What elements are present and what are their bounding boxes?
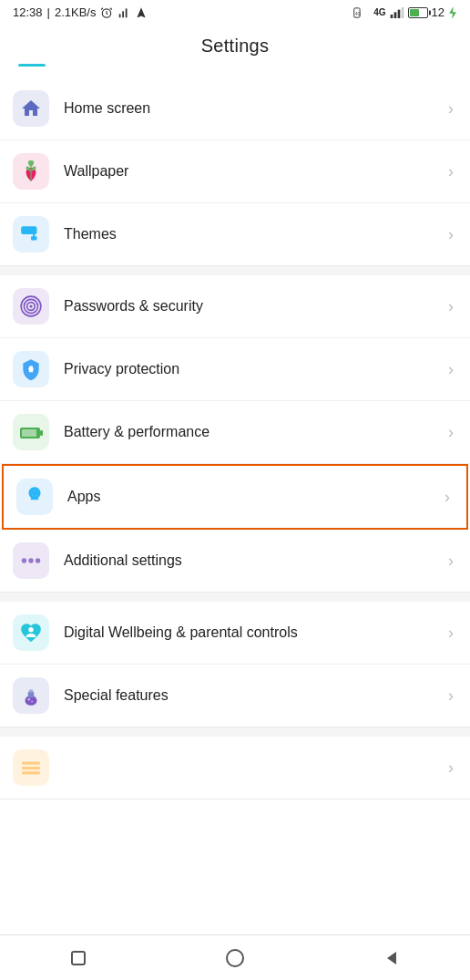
accent-line	[18, 64, 46, 67]
settings-item-privacy-protection[interactable]: Privacy protection ›	[0, 338, 470, 401]
settings-item-battery-performance[interactable]: Battery & performance ›	[0, 401, 470, 464]
privacy-icon-bg	[13, 351, 49, 387]
svg-point-35	[31, 701, 33, 703]
svg-point-26	[33, 491, 36, 495]
themes-chevron: ›	[448, 225, 454, 244]
apps-chevron: ›	[444, 488, 450, 507]
svg-rect-3	[126, 8, 128, 17]
themes-label: Themes	[64, 226, 441, 242]
sim-icon: 4G	[353, 6, 370, 19]
partial-chevron: ›	[448, 758, 454, 778]
group-separator-3	[0, 727, 470, 737]
signal-bars-icon	[390, 6, 404, 19]
additional-icon-bg	[13, 542, 49, 579]
settings-item-special-features[interactable]: Special features ›	[0, 665, 470, 727]
special-features-label: Special features	[64, 687, 441, 704]
settings-item-additional-settings[interactable]: Additional settings ›	[0, 530, 470, 592]
svg-rect-36	[72, 952, 85, 965]
svg-rect-7	[393, 12, 396, 18]
back-icon	[383, 949, 401, 967]
additional-icon	[19, 549, 43, 573]
settings-group-wellbeing: Digital Wellbeing & parental controls › …	[0, 602, 470, 727]
battery-icon	[408, 7, 428, 18]
wellbeing-icon	[19, 621, 43, 645]
special-chevron: ›	[448, 686, 454, 706]
svg-point-27	[22, 558, 26, 562]
battery-perf-icon-bg	[13, 414, 49, 450]
themes-icon	[19, 222, 43, 246]
svg-point-19	[29, 366, 32, 368]
wallpaper-chevron: ›	[448, 162, 454, 181]
privacy-icon	[19, 357, 43, 381]
network-type: 4G	[373, 7, 385, 17]
svg-rect-8	[397, 9, 400, 17]
home-icon	[20, 98, 42, 119]
svg-rect-11	[30, 168, 31, 181]
wallpaper-label: Wallpaper	[64, 163, 441, 180]
svg-rect-24	[31, 498, 39, 500]
home-screen-label: Home screen	[64, 100, 441, 117]
home-button[interactable]	[212, 940, 258, 976]
svg-point-28	[28, 558, 33, 562]
settings-item-passwords-security[interactable]: Passwords & security ›	[0, 275, 470, 338]
settings-item-digital-wellbeing[interactable]: Digital Wellbeing & parental controls ›	[0, 602, 470, 665]
svg-point-29	[36, 558, 40, 562]
alarm-icon	[100, 6, 113, 19]
status-bar: 12:38 | 2.1KB/s 4G 4G	[0, 0, 470, 23]
speed: 2.1KB/s	[55, 5, 97, 19]
svg-point-18	[29, 304, 32, 307]
settings-group-display: Home screen › Wallpaper ›	[0, 77, 470, 266]
svg-marker-38	[387, 952, 396, 965]
privacy-protection-label: Privacy protection	[64, 361, 441, 377]
apps-icon	[23, 485, 46, 509]
svg-rect-22	[22, 429, 36, 437]
settings-group-misc: ›	[0, 737, 470, 799]
time: 12:38	[13, 5, 43, 19]
battery-perf-icon	[18, 420, 44, 444]
group-separator-2	[0, 593, 470, 602]
wallpaper-icon	[19, 160, 43, 183]
settings-item-home-screen[interactable]: Home screen ›	[0, 77, 470, 140]
svg-point-30	[28, 627, 33, 632]
bottom-padding	[0, 799, 470, 854]
svg-rect-2	[123, 11, 125, 17]
additional-settings-label: Additional settings	[64, 552, 441, 569]
settings-item-themes[interactable]: Themes ›	[0, 203, 470, 265]
svg-point-34	[28, 698, 31, 701]
svg-text:4G: 4G	[355, 11, 362, 15]
special-icon	[19, 684, 43, 707]
partial-icon-bg	[13, 749, 49, 786]
signal-icon	[118, 6, 130, 19]
svg-marker-10	[449, 6, 456, 19]
nav-icon	[135, 6, 148, 19]
separator: |	[47, 5, 50, 19]
battery-level: 12	[432, 5, 444, 19]
recent-apps-icon	[69, 949, 87, 967]
passwords-chevron: ›	[448, 297, 454, 316]
passwords-icon-bg	[13, 288, 49, 325]
back-button[interactable]	[369, 940, 414, 976]
settings-list: Home screen › Wallpaper ›	[0, 77, 470, 799]
settings-item-apps[interactable]: Apps ›	[2, 464, 468, 530]
page-title: Settings	[0, 23, 470, 64]
svg-point-37	[227, 950, 243, 966]
apps-icon-bg	[16, 479, 53, 515]
digital-wellbeing-label: Digital Wellbeing & parental controls	[64, 624, 441, 641]
svg-rect-9	[401, 7, 404, 18]
settings-item-partial[interactable]: ›	[0, 737, 470, 799]
recent-apps-button[interactable]	[56, 940, 101, 976]
svg-rect-6	[390, 15, 393, 18]
wallpaper-icon-bg	[13, 153, 49, 190]
settings-group-security: Passwords & security › Privacy protectio…	[0, 275, 470, 593]
partial-icon	[19, 756, 43, 779]
battery-fill	[410, 9, 420, 16]
settings-item-wallpaper[interactable]: Wallpaper ›	[0, 140, 470, 203]
passwords-icon	[19, 294, 43, 318]
status-left: 12:38 | 2.1KB/s	[13, 5, 148, 19]
battery-chevron: ›	[448, 423, 454, 442]
svg-rect-21	[40, 430, 43, 436]
additional-chevron: ›	[448, 552, 454, 571]
nav-bar	[0, 934, 470, 980]
battery-performance-label: Battery & performance	[64, 424, 441, 440]
wellbeing-chevron: ›	[448, 624, 454, 643]
